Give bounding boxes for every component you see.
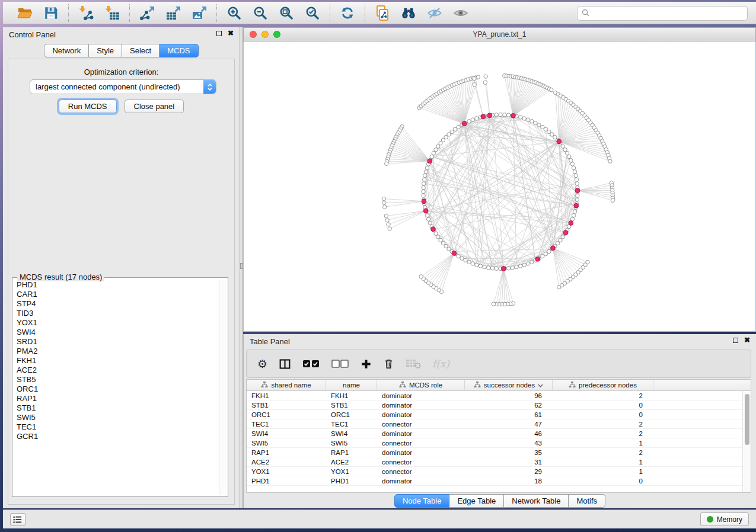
- mcds-result-item[interactable]: RAP1: [14, 394, 218, 403]
- hide-selected-button[interactable]: [425, 4, 445, 22]
- open-file-button[interactable]: [15, 4, 35, 22]
- zoom-in-button[interactable]: [224, 4, 244, 22]
- tab-style[interactable]: Style: [89, 44, 122, 57]
- table-tab-node-table[interactable]: Node Table: [394, 494, 450, 508]
- mcds-result-scrollbar[interactable]: [219, 280, 227, 495]
- select-all-icon[interactable]: [302, 358, 320, 369]
- mcds-result-item[interactable]: GCR1: [14, 432, 218, 441]
- import-network-button[interactable]: [76, 4, 96, 22]
- mcds-result-list[interactable]: PHD1CAR1STP4TID3YOX1SWI4SRD1PMA2FKH1ACE2…: [14, 280, 218, 495]
- clone-network-icon: [375, 5, 390, 21]
- table-row[interactable]: STB1STB1dominator620: [247, 400, 742, 410]
- zoom-out-button[interactable]: [250, 4, 270, 22]
- mcds-result-item[interactable]: FKH1: [14, 356, 218, 366]
- status-bar: Memory: [3, 509, 756, 528]
- memory-button[interactable]: Memory: [700, 512, 749, 526]
- column-header-successor-nodes[interactable]: successor nodes: [465, 380, 553, 390]
- show-all-icon: [453, 5, 468, 21]
- deselect-all-icon[interactable]: [331, 358, 349, 369]
- open-file-icon: [17, 5, 33, 21]
- close-panel-button[interactable]: Close panel: [125, 100, 184, 113]
- column-header-MCDS-role[interactable]: MCDS role: [377, 380, 465, 390]
- mcds-result-item[interactable]: STB1: [14, 403, 218, 413]
- table-row[interactable]: SWI5SWI5connector431: [247, 438, 742, 448]
- optimization-criterion-label: Optimization criterion:: [8, 68, 234, 76]
- control-panel-title: Control Panel: [9, 30, 56, 39]
- mcds-result-item[interactable]: TEC1: [14, 422, 218, 432]
- table-row[interactable]: ORC1ORC1dominator610: [247, 410, 742, 419]
- float-panel-icon[interactable]: [216, 31, 222, 36]
- table-scrollbar[interactable]: [742, 391, 751, 492]
- import-table-icon: [104, 5, 120, 21]
- float-table-panel-icon[interactable]: [733, 338, 738, 343]
- zoom-fit-button[interactable]: [276, 4, 296, 22]
- optimization-criterion-select[interactable]: largest connected component (undirected): [30, 79, 216, 94]
- mcds-result-item[interactable]: SWI4: [14, 328, 218, 337]
- search-icon: [582, 8, 589, 19]
- network-canvas[interactable]: [243, 41, 756, 332]
- zoom-window-button[interactable]: [273, 31, 280, 38]
- search-box[interactable]: [577, 6, 748, 21]
- columns-icon[interactable]: [279, 358, 291, 370]
- table-panel: Table Panel ✖ ⚙f(x) shared namenameMCDS …: [243, 334, 756, 508]
- table-row[interactable]: FKH1FKH1dominator962: [247, 391, 742, 400]
- close-table-panel-icon[interactable]: ✖: [744, 337, 750, 343]
- table-row[interactable]: YOX1YOX1connector291: [247, 467, 742, 476]
- zoom-selected-button[interactable]: [302, 4, 323, 22]
- table-row[interactable]: TEC1TEC1connector472: [247, 419, 742, 429]
- tree-icon: [474, 381, 481, 389]
- mcds-result-item[interactable]: STP4: [14, 299, 218, 309]
- save-session-button[interactable]: [41, 4, 61, 22]
- mcds-result-item[interactable]: TID3: [14, 309, 218, 318]
- close-panel-icon[interactable]: ✖: [228, 30, 234, 36]
- mcds-panel: Optimization criterion: largest connecte…: [8, 59, 235, 505]
- table-tab-edge-table[interactable]: Edge Table: [449, 494, 504, 508]
- clone-network-button[interactable]: [372, 4, 393, 22]
- run-mcds-button[interactable]: Run MCDS: [59, 100, 117, 113]
- tab-mcds[interactable]: MCDS: [160, 44, 198, 57]
- import-table-button[interactable]: [102, 4, 122, 22]
- mcds-result-item[interactable]: CAR1: [14, 290, 218, 299]
- network-window-titlebar[interactable]: YPA_prune.txt_1: [243, 27, 756, 41]
- table-tab-network-table[interactable]: Network Table: [504, 494, 569, 508]
- export-table-button[interactable]: [163, 4, 183, 22]
- table-toolbar: ⚙f(x): [246, 350, 751, 378]
- mcds-result-item[interactable]: STB5: [14, 375, 218, 384]
- add-row-icon[interactable]: [361, 358, 372, 370]
- first-neighbors-button[interactable]: [398, 4, 419, 22]
- delete-row-icon[interactable]: [383, 358, 394, 370]
- mcds-result-item[interactable]: PMA2: [14, 347, 218, 356]
- gear-icon[interactable]: ⚙: [257, 358, 267, 370]
- zoom-fit-icon: [279, 5, 294, 21]
- task-history-button[interactable]: [10, 513, 25, 526]
- refresh-button[interactable]: [337, 4, 358, 22]
- mcds-result-item[interactable]: ORC1: [14, 384, 218, 394]
- column-header-predecessor-nodes[interactable]: predecessor nodes: [553, 380, 653, 390]
- mcds-result-item[interactable]: SWI5: [14, 413, 218, 422]
- table-panel-title: Table Panel: [250, 337, 290, 346]
- column-header-name[interactable]: name: [326, 380, 377, 390]
- zoom-selected-icon: [305, 5, 320, 21]
- mcds-result-item[interactable]: ACE2: [14, 366, 218, 375]
- mcds-result-item[interactable]: SRD1: [14, 337, 218, 347]
- table-row[interactable]: RAP1RAP1dominator352: [247, 448, 742, 457]
- show-all-button[interactable]: [451, 4, 471, 22]
- tab-network[interactable]: Network: [44, 44, 89, 57]
- column-header-shared-name[interactable]: shared name: [247, 380, 326, 390]
- export-network-button[interactable]: [137, 4, 157, 22]
- export-image-button[interactable]: [189, 4, 209, 22]
- tab-select[interactable]: Select: [122, 44, 160, 57]
- network-graph[interactable]: [244, 41, 755, 331]
- table-tab-motifs[interactable]: Motifs: [569, 494, 605, 508]
- table-scrollbar-thumb[interactable]: [745, 394, 749, 445]
- table-row[interactable]: SWI4SWI4dominator462: [247, 429, 742, 438]
- mcds-result-item[interactable]: YOX1: [14, 318, 218, 328]
- table-row[interactable]: ACE2ACE2connector311: [247, 457, 742, 467]
- table-row[interactable]: PHD1PHD1dominator180: [247, 476, 742, 486]
- close-window-button[interactable]: [250, 31, 257, 38]
- export-image-icon: [192, 5, 207, 21]
- mcds-result-item[interactable]: PHD1: [14, 280, 218, 290]
- search-input[interactable]: [592, 9, 747, 18]
- export-network-icon: [139, 5, 155, 21]
- minimize-window-button[interactable]: [261, 31, 269, 38]
